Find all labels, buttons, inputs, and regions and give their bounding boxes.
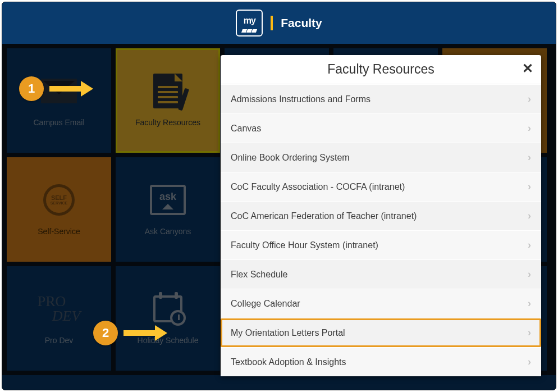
- panel-item[interactable]: My Orientation Letters Portal›: [221, 318, 541, 347]
- logo-text: my: [244, 16, 255, 25]
- tile-self-service[interactable]: SELFSERVICE Self-Service: [7, 157, 111, 262]
- tile-label: Faculty Resources: [135, 118, 200, 127]
- chevron-right-icon: ›: [528, 210, 531, 222]
- chevron-right-icon: ›: [528, 181, 531, 193]
- panel-item-label: CoC American Federation of Teacher (intr…: [231, 211, 417, 221]
- panel-item[interactable]: Admissions Instructions and Forms›: [221, 84, 541, 113]
- tile-label: Pro Dev: [45, 336, 74, 345]
- panel-item[interactable]: CoC Faculty Association - COCFA (intrane…: [221, 172, 541, 201]
- panel-item-label: My Orientation Letters Portal: [231, 328, 345, 338]
- chevron-right-icon: ›: [528, 356, 531, 368]
- panel-item-label: Faculty Office Hour System (intranet): [231, 240, 378, 250]
- step-1-badge: 1: [19, 76, 44, 101]
- arrow-right-icon: [124, 328, 167, 338]
- tile-label: Campus Email: [33, 118, 84, 127]
- panel-item-label: CoC Faculty Association - COCFA (intrane…: [231, 182, 405, 192]
- prodev-icon: PRODEV: [39, 292, 79, 326]
- panel-item[interactable]: Canvas›: [221, 113, 541, 143]
- ask-icon: ask: [148, 183, 187, 217]
- panel-item-label: Textbook Adoption & Insights: [231, 357, 346, 367]
- tile-pro-dev[interactable]: PRODEV Pro Dev: [7, 266, 111, 371]
- panel-header: Faculty Resources ✕: [221, 55, 541, 84]
- chevron-right-icon: ›: [528, 298, 531, 309]
- chevron-right-icon: ›: [528, 327, 531, 339]
- tile-label: Ask Canyons: [145, 227, 191, 236]
- panel-item[interactable]: College Calendar›: [221, 289, 541, 318]
- panel-item[interactable]: Textbook Adoption & Insights›: [221, 347, 541, 376]
- header-divider: [271, 16, 273, 30]
- panel-item-label: Canvas: [231, 124, 261, 134]
- panel-item-label: Flex Schedule: [231, 270, 287, 280]
- close-icon[interactable]: ✕: [522, 61, 533, 76]
- app-header: my Faculty: [2, 2, 556, 44]
- tile-ask-canyons[interactable]: ask Ask Canyons: [116, 157, 220, 262]
- panel-item[interactable]: CoC American Federation of Teacher (intr…: [221, 201, 541, 230]
- panel-item-label: Admissions Instructions and Forms: [231, 94, 371, 104]
- app-frame: my Faculty Campus Email Faculty Resource…: [2, 2, 556, 390]
- arrow-right-icon: [49, 84, 93, 94]
- panel-item-label: College Calendar: [231, 299, 300, 309]
- tile-holiday-schedule[interactable]: Holiday Schedule: [116, 266, 220, 371]
- chevron-right-icon: ›: [528, 268, 531, 280]
- faculty-resources-panel: Faculty Resources ✕ Admissions Instructi…: [221, 55, 541, 376]
- chevron-right-icon: ›: [528, 93, 531, 105]
- step-2-badge: 2: [93, 321, 118, 345]
- panel-title: Faculty Resources: [327, 62, 434, 77]
- panel-list: Admissions Instructions and Forms›Canvas…: [221, 84, 541, 376]
- chevron-right-icon: ›: [528, 122, 531, 134]
- chevron-right-icon: ›: [528, 152, 531, 163]
- step-1-callout: 1: [19, 76, 93, 101]
- panel-item[interactable]: Faculty Office Hour System (intranet)›: [221, 230, 541, 259]
- chevron-right-icon: ›: [528, 239, 531, 251]
- tile-faculty-resources[interactable]: Faculty Resources: [116, 48, 220, 153]
- panel-item[interactable]: Flex Schedule›: [221, 259, 541, 289]
- step-2-callout: 2: [93, 321, 167, 345]
- my-logo-icon: my: [236, 10, 263, 37]
- document-pen-icon: [148, 74, 187, 108]
- panel-item[interactable]: Online Book Ordering System›: [221, 143, 541, 172]
- tile-label: Self-Service: [38, 227, 80, 236]
- self-service-icon: SELFSERVICE: [39, 183, 79, 217]
- panel-item-label: Online Book Ordering System: [231, 153, 350, 163]
- page-title: Faculty: [281, 16, 322, 30]
